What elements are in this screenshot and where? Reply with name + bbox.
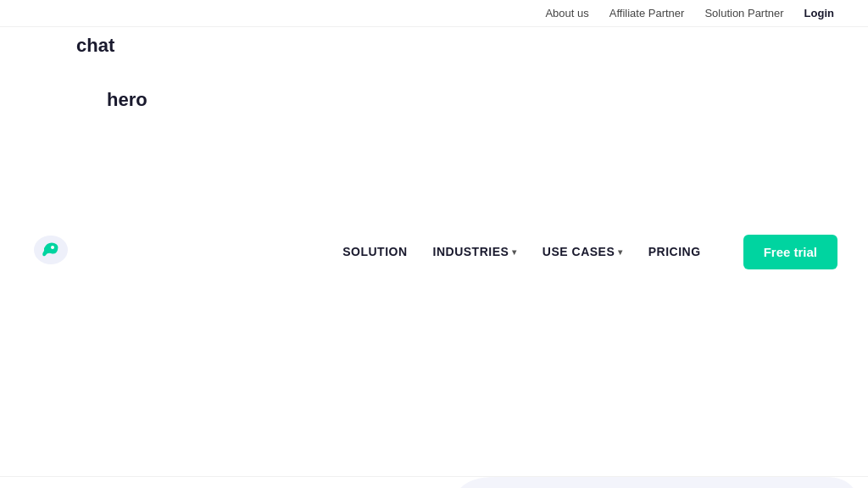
about-link[interactable]: About us [545,7,588,19]
use-cases-chevron: ▾ [618,247,623,257]
nav-pricing[interactable]: PRICING [648,245,701,258]
logo-text: chat hero [76,36,178,468]
navbar: chat hero SOLUTION INDUSTRIES ▾ USE CASE… [0,27,868,477]
nav-links: SOLUTION INDUSTRIES ▾ USE CASES ▾ PRICIN… [342,235,837,269]
free-trial-button[interactable]: Free trial [743,235,837,269]
solution-partner-link[interactable]: Solution Partner [704,7,783,19]
nav-solution[interactable]: SOLUTION [342,245,407,258]
logo-icon [31,231,71,272]
nav-industries[interactable]: INDUSTRIES ▾ [433,245,517,258]
login-link[interactable]: Login [804,7,834,19]
hero-section: Chat's new hero: Taking AI-driven conver… [0,477,868,488]
logo[interactable]: chat hero [31,36,178,468]
chat-bubble-background [410,477,868,488]
affiliate-link[interactable]: Affiliate Partner [609,7,685,19]
industries-chevron: ▾ [512,247,517,257]
svg-point-1 [51,246,54,249]
nav-use-cases[interactable]: USE CASES ▾ [542,245,623,258]
top-bar: About us Affiliate Partner Solution Part… [0,0,868,27]
